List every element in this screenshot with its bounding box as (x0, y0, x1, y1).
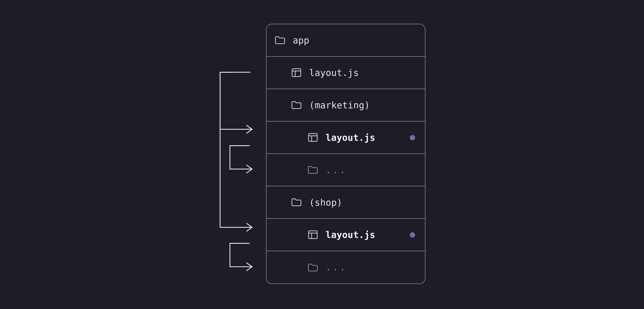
tree-row-shop-more: ... (266, 251, 425, 284)
tree-row-label: layout.js (309, 67, 359, 78)
tree-row-label: ... (326, 165, 347, 175)
tree-root: app (266, 24, 425, 57)
svg-rect-3 (308, 134, 317, 141)
tree-row-label: (shop) (309, 197, 342, 208)
layout-icon (308, 230, 318, 239)
tree-row-marketing: (marketing) (266, 89, 425, 121)
tree-row-shop-layout: layout.js (266, 219, 425, 251)
file-tree-panel: app layout.js(marketing)layout.js...(sho… (266, 24, 425, 284)
svg-rect-0 (292, 69, 301, 77)
tree-row-label: layout.js (326, 132, 375, 143)
tree-root-label: app (293, 35, 309, 45)
folder-icon (308, 263, 318, 272)
tree-row-marketing-more: ... (266, 154, 425, 186)
layout-icon (291, 68, 302, 77)
folder-icon (291, 198, 302, 207)
folder-icon (308, 165, 318, 174)
tree-row-marketing-layout: layout.js (266, 121, 425, 154)
tree-row-root-layout: layout.js (266, 57, 425, 89)
folder-icon (275, 36, 286, 45)
folder-icon (291, 100, 302, 110)
tree-row-label: (marketing) (309, 100, 370, 110)
tree-row-shop: (shop) (266, 186, 425, 219)
status-dot (410, 232, 415, 237)
status-dot (410, 135, 415, 140)
tree-row-label: ... (326, 262, 347, 273)
svg-rect-6 (308, 231, 317, 239)
layout-icon (308, 133, 318, 142)
tree-row-label: layout.js (326, 230, 375, 240)
